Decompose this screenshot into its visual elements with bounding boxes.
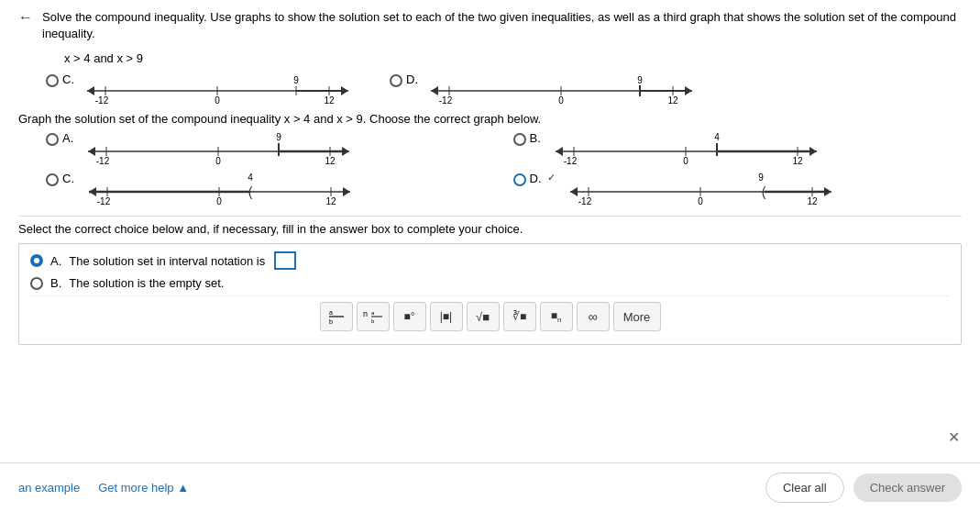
number-line-graph-c: -12 0 12 4 ( (80, 172, 364, 206)
condition-display: x > 4 and x > 9 (64, 51, 962, 65)
svg-marker-38 (556, 147, 563, 156)
subscript-button[interactable]: ■n (540, 302, 573, 331)
svg-text:4: 4 (714, 132, 720, 142)
svg-text:12: 12 (792, 156, 803, 166)
svg-text:9: 9 (637, 75, 643, 85)
number-line-graph-a: -12 0 12 9 (79, 131, 363, 166)
svg-text:9: 9 (277, 132, 282, 142)
svg-marker-26 (88, 147, 95, 156)
svg-marker-1 (87, 86, 94, 95)
svg-text:-12: -12 (97, 196, 111, 206)
mixed-number-button[interactable]: nab (357, 302, 390, 331)
svg-text:0: 0 (698, 196, 703, 206)
clear-all-button[interactable]: Clear all (765, 473, 844, 503)
more-button[interactable]: More (613, 302, 661, 331)
absolute-value-button[interactable]: |■| (430, 302, 463, 331)
svg-text:12: 12 (324, 95, 335, 105)
svg-text:0: 0 (216, 156, 222, 166)
svg-text:b: b (329, 318, 333, 325)
checkmark-icon: ✓ (547, 172, 556, 184)
svg-marker-13 (431, 86, 438, 95)
graph-option-c-radio[interactable] (46, 173, 59, 186)
answer-option-a[interactable]: A. The solution set in interval notation… (30, 251, 950, 270)
degree-button[interactable]: ■° (393, 302, 426, 331)
problem-title: Solve the compound inequality. Use graph… (42, 9, 962, 42)
answer-box: A. The solution set in interval notation… (18, 243, 962, 345)
option-c1-radio[interactable] (46, 74, 59, 87)
svg-marker-14 (685, 86, 692, 95)
close-button[interactable]: ✕ (948, 429, 960, 446)
graph-option-d-label: D. (530, 172, 542, 185)
svg-text:12: 12 (325, 156, 336, 166)
svg-marker-2 (341, 86, 348, 95)
number-line-c1: -12 0 12 9 (78, 72, 353, 105)
number-line-graph-d: -12 0 12 9 ( (561, 172, 845, 206)
answer-b-text: The solution is the empty set. (69, 276, 224, 290)
option-d1-label: D. (406, 72, 418, 86)
graph-option-d-radio[interactable] (513, 173, 526, 186)
svg-marker-27 (342, 147, 349, 156)
example-link[interactable]: an example (18, 481, 80, 495)
svg-text:-12: -12 (578, 196, 591, 206)
answer-a-prefix: A. (50, 254, 61, 268)
graph-option-c-label: C. (62, 172, 74, 185)
svg-marker-62 (570, 187, 578, 196)
svg-text:-12: -12 (96, 156, 110, 166)
svg-text:-12: -12 (439, 95, 453, 105)
svg-text:a: a (371, 310, 375, 316)
answer-a-input[interactable] (274, 251, 296, 270)
answer-b-prefix: B. (50, 276, 61, 290)
graph-option-a-label: A. (62, 131, 73, 145)
svg-text:a: a (329, 309, 333, 316)
math-toolbar: ab nab ■° |■| √■ ∛■ ■n ∞ (30, 295, 950, 337)
svg-text:12: 12 (325, 196, 336, 206)
svg-text:4: 4 (248, 173, 253, 183)
back-button[interactable]: ← (18, 9, 33, 26)
option-d1-radio[interactable] (390, 74, 402, 87)
svg-marker-51 (343, 187, 350, 196)
svg-text:9: 9 (293, 75, 299, 85)
footer-right: Clear all Check answer (765, 473, 962, 503)
svg-text:0: 0 (215, 95, 220, 105)
cbrt-button[interactable]: ∛■ (503, 302, 536, 331)
svg-text:-12: -12 (564, 156, 578, 166)
svg-text:0: 0 (216, 196, 222, 206)
number-line-graph-b: -12 0 12 4 (546, 131, 831, 166)
svg-text:0: 0 (558, 95, 564, 105)
svg-text:9: 9 (758, 173, 764, 183)
check-answer-button[interactable]: Check answer (853, 473, 962, 502)
answer-option-b[interactable]: B. The solution is the empty set. (30, 275, 950, 290)
answer-a-text: The solution set in interval notation is (69, 254, 265, 268)
svg-marker-63 (824, 187, 831, 196)
graph-option-b-radio[interactable] (513, 133, 526, 146)
answer-b-radio[interactable] (30, 277, 43, 290)
more-help-link[interactable]: Get more help ▲ (98, 481, 189, 495)
footer-left: an example Get more help ▲ (18, 481, 189, 495)
graph-instruction: Graph the solution set of the compound i… (18, 112, 962, 126)
svg-text:-12: -12 (95, 95, 109, 105)
select-instruction: Select the correct choice below and, if … (18, 222, 962, 236)
svg-text:n: n (363, 309, 368, 318)
svg-marker-39 (809, 147, 817, 156)
svg-text:12: 12 (807, 196, 818, 206)
svg-text:b: b (371, 318, 375, 324)
sqrt-button[interactable]: √■ (467, 302, 500, 331)
graph-option-b-label: B. (530, 131, 541, 145)
svg-text:12: 12 (667, 95, 678, 105)
fraction-button[interactable]: ab (320, 302, 353, 331)
graph-option-a-radio[interactable] (46, 133, 59, 146)
answer-a-radio[interactable] (30, 254, 43, 267)
infinity-button[interactable]: ∞ (577, 302, 610, 331)
number-line-d1: -12 0 12 9 (422, 72, 697, 105)
option-c1-label: C. (62, 72, 74, 86)
svg-text:0: 0 (683, 156, 688, 166)
